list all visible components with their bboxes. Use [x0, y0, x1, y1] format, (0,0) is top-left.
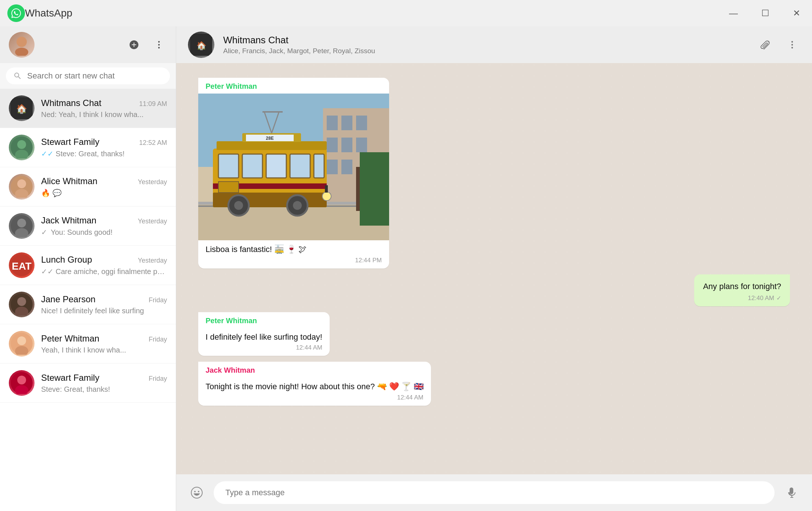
chat-time: 12:52 AM [139, 139, 167, 147]
chat-time: Yesterday [138, 257, 167, 264]
chat-item-stewart[interactable]: Stewart Family 12:52 AM ✓✓ Steve: Great,… [0, 128, 176, 167]
attach-button[interactable] [756, 36, 774, 54]
message-sender: Peter Whitman [198, 312, 330, 328]
message-sender: Jack Whitman [198, 362, 431, 377]
chat-more-options-button[interactable] [784, 36, 800, 54]
chat-info-alice: Alice Whitman Yesterday 🔥 💬 [41, 176, 167, 197]
search-input[interactable] [27, 71, 163, 81]
svg-text:🏠: 🏠 [16, 103, 27, 114]
chat-info-jane: Jane Pearson Friday Nice! I definitely f… [41, 294, 167, 315]
svg-rect-34 [327, 116, 338, 130]
sidebar-header [0, 26, 176, 63]
chat-preview: ✓✓ Steve: Great, thanks! [41, 149, 166, 158]
message-input[interactable] [214, 481, 775, 504]
chat-item-peter[interactable]: Peter Whitman Friday Yeah, I think I kno… [0, 324, 176, 364]
svg-point-19 [17, 297, 26, 306]
chat-item-jane[interactable]: Jane Pearson Friday Nice! I definitely f… [0, 285, 176, 324]
chat-time: Friday [149, 375, 167, 383]
chat-time: Yesterday [138, 218, 167, 225]
new-chat-button[interactable] [126, 37, 142, 53]
svg-rect-50 [266, 154, 286, 178]
chat-preview: Steve: Great, thanks! [41, 385, 166, 394]
svg-point-22 [17, 336, 26, 345]
maximize-button[interactable]: ☐ [757, 5, 774, 21]
chat-name: Peter Whitman [41, 333, 99, 344]
chat-item-whitmans[interactable]: 🏠 Whitmans Chat 11:09 AM Ned: Yeah, I th… [0, 89, 176, 128]
my-avatar[interactable] [9, 32, 35, 58]
minimize-button[interactable]: — [725, 5, 742, 21]
svg-point-8 [17, 140, 26, 149]
chat-name: Jack Whitman [41, 215, 97, 226]
svg-point-60 [234, 201, 243, 210]
chat-item-stewart2[interactable]: Stewart Family Friday Steve: Great, than… [0, 364, 176, 403]
search-icon [13, 72, 22, 80]
chat-preview: ✓ You: Sounds good! [41, 228, 166, 237]
close-button[interactable]: ✕ [789, 5, 805, 21]
svg-point-31 [791, 47, 793, 48]
svg-rect-68 [356, 167, 360, 211]
chat-header-members: Alice, Francis, Jack, Margot, Peter, Roy… [223, 47, 747, 55]
svg-rect-41 [341, 160, 352, 174]
chat-item-alice[interactable]: Alice Whitman Yesterday 🔥 💬 [0, 167, 176, 207]
svg-rect-51 [290, 154, 310, 178]
chat-name: Lunch Group [41, 255, 92, 265]
voice-button[interactable] [782, 483, 801, 502]
svg-point-62 [293, 201, 302, 210]
avatar-stewart [9, 135, 35, 160]
svg-text:🏠: 🏠 [196, 41, 207, 51]
message-meta: 12:40 AM ✓ [703, 295, 781, 302]
svg-rect-49 [242, 154, 262, 178]
svg-point-2 [158, 41, 160, 43]
svg-point-14 [17, 219, 26, 227]
chat-preview: Nice! I definitely feel like surfing [41, 307, 166, 315]
message-meta: 12:44 AM [198, 393, 431, 401]
chat-item-lunch[interactable]: EAT Lunch Group Yesterday ✓✓ Care amiche… [0, 246, 176, 285]
message-text: Lisboa is fantastic! 🚋 🍷 🕊 [198, 240, 389, 255]
message-text: I definitely feel like surfing today! [198, 328, 330, 343]
svg-text:28E: 28E [266, 136, 273, 141]
search-bar [0, 63, 176, 89]
message-meta: 12:44 AM [198, 343, 330, 351]
svg-point-63 [322, 192, 331, 201]
chat-area: 🏠 Whitmans Chat Alice, Francis, Jack, Ma… [176, 26, 812, 511]
avatar-jane [9, 292, 35, 317]
chat-name: Stewart Family [41, 373, 99, 383]
svg-point-4 [158, 47, 160, 48]
avatar-peter [9, 331, 35, 357]
chat-preview: Yeah, I think I know wha... [41, 346, 166, 354]
message-2: Any plans for tonight? 12:40 AM ✓ [694, 274, 790, 306]
message-4: Jack Whitman Tonight is the movie night!… [198, 362, 431, 406]
chat-preview: 🔥 💬 [41, 189, 166, 197]
avatar-jack [9, 213, 35, 239]
svg-rect-35 [341, 116, 352, 130]
svg-rect-67 [360, 152, 389, 226]
svg-rect-37 [327, 138, 338, 152]
main-layout: 🏠 Whitmans Chat 11:09 AM Ned: Yeah, I th… [0, 26, 812, 511]
message-text: Any plans for tonight? [703, 281, 781, 292]
svg-point-29 [791, 41, 793, 43]
chat-name: Whitmans Chat [41, 98, 101, 108]
chat-info-stewart2: Stewart Family Friday Steve: Great, than… [41, 373, 167, 394]
avatar-stewart2 [9, 370, 35, 396]
chat-header-avatar[interactable]: 🏠 [188, 32, 214, 58]
svg-text:EAT: EAT [12, 260, 32, 272]
message-3: Peter Whitman I definitely feel like sur… [198, 312, 330, 356]
emoji-button[interactable] [187, 483, 206, 502]
chat-item-jack[interactable]: Jack Whitman Yesterday ✓ You: Sounds goo… [0, 207, 176, 246]
svg-point-11 [17, 179, 26, 188]
sidebar-actions [42, 37, 167, 53]
chat-header-info: Whitmans Chat Alice, Francis, Jack, Marg… [223, 34, 747, 55]
chat-header-actions [756, 36, 800, 54]
chat-name: Jane Pearson [41, 294, 95, 304]
svg-point-1 [15, 48, 28, 56]
svg-point-25 [17, 376, 26, 384]
search-inner [6, 67, 170, 84]
chat-time: 11:09 AM [139, 100, 167, 108]
messages-area: Peter Whitman [176, 63, 812, 474]
chat-time: Yesterday [138, 178, 167, 186]
svg-rect-40 [327, 160, 338, 174]
message-1: Peter Whitman [198, 78, 389, 269]
chat-preview: ✓✓ Care amiche, oggi finalmente posso [41, 267, 166, 276]
more-options-button[interactable] [151, 37, 167, 53]
svg-rect-52 [314, 154, 324, 178]
